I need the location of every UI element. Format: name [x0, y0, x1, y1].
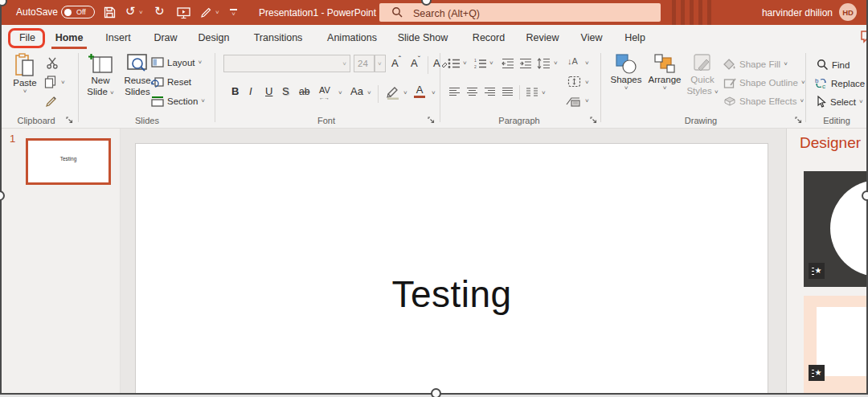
clear-formatting-button[interactable]: A	[433, 57, 448, 70]
tab-draw[interactable]: Draw	[154, 25, 177, 50]
user-name[interactable]: harvinder dhilion	[723, 7, 833, 18]
find-icon	[817, 59, 829, 71]
paragraph-dialog-launcher-icon[interactable]	[590, 117, 597, 124]
bold-button[interactable]: B	[231, 85, 239, 98]
line-spacing-button[interactable]	[537, 58, 551, 69]
selection-handle-bottom-center[interactable]	[431, 388, 441, 397]
copy-icon[interactable]	[44, 76, 56, 88]
numbering-button[interactable]: 12	[474, 58, 487, 69]
slide-canvas[interactable]: Testing	[135, 143, 768, 397]
slideshow-icon[interactable]	[177, 7, 190, 18]
save-icon[interactable]	[104, 6, 116, 18]
align-left-button[interactable]	[448, 87, 461, 97]
reset-button[interactable]: Reset	[151, 76, 191, 88]
slide-thumbnail[interactable]: Testing	[26, 138, 111, 185]
redo-icon[interactable]: ↻	[154, 5, 165, 17]
text-direction-caret-icon[interactable]: ˅	[585, 60, 589, 67]
shape-outline-button[interactable]: Shape Outline˅	[723, 77, 805, 88]
title-bar: AutoSave Off ↺ ˅ ↻ ˅ ˅ Presentation1 - P…	[0, 0, 868, 25]
italic-button[interactable]: I	[249, 85, 252, 98]
tab-record[interactable]: Record	[473, 25, 505, 50]
quick-styles-button[interactable]: Quick Styles ˅	[685, 53, 720, 96]
font-name-combobox[interactable]: ˅	[223, 55, 350, 72]
tab-animations[interactable]: Animations	[327, 25, 377, 50]
user-avatar[interactable]: HD	[839, 3, 857, 21]
tab-transitions[interactable]: Transitions	[254, 25, 303, 50]
replace-button[interactable]: b c Replace	[814, 77, 865, 89]
font-dialog-launcher-icon[interactable]	[428, 117, 435, 124]
design-suggestion-card[interactable]: ★	[804, 171, 868, 287]
customize-qat-icon[interactable]: ˅	[230, 9, 237, 18]
selection-handle-right-middle[interactable]	[862, 190, 868, 201]
design-suggestion-card[interactable]: ★	[804, 296, 868, 397]
underline-button[interactable]: U	[265, 85, 272, 98]
font-color-caret-icon[interactable]: ˅	[432, 90, 436, 96]
format-painter-icon[interactable]	[45, 95, 58, 108]
group-separator	[215, 53, 215, 122]
copy-dropdown-caret-icon[interactable]: ˅	[61, 80, 65, 86]
align-right-button[interactable]	[484, 87, 496, 97]
columns-caret-icon[interactable]: ˅	[542, 90, 546, 96]
tab-view[interactable]: View	[581, 25, 603, 50]
tab-review[interactable]: Review	[526, 25, 559, 50]
layout-caret-icon: ˅	[199, 59, 203, 66]
tab-slide-show[interactable]: Slide Show	[398, 25, 448, 50]
undo-icon[interactable]: ↺	[125, 5, 136, 17]
align-text-caret-icon[interactable]: ˅	[585, 80, 589, 86]
font-color-button[interactable]: A	[414, 84, 425, 98]
shape-effects-button[interactable]: Shape Effects˅	[723, 96, 804, 107]
char-spacing-caret-icon[interactable]: ˅	[338, 90, 342, 96]
reuse-slides-button[interactable]: Reuse Slides	[121, 53, 154, 97]
highlight-color-button[interactable]	[386, 85, 400, 100]
arrange-button[interactable]: Arrange ˅	[646, 53, 683, 92]
section-caret-icon: ˅	[201, 98, 205, 104]
layout-button[interactable]: Layout˅	[151, 57, 202, 68]
paste-button[interactable]: Paste ˅	[8, 53, 42, 95]
tab-help[interactable]: Help	[624, 25, 645, 50]
undo-dropdown-caret-icon[interactable]: ˅	[139, 10, 143, 16]
ink-pen-icon[interactable]	[200, 6, 212, 18]
drawing-dialog-launcher-icon[interactable]	[795, 117, 802, 124]
select-button[interactable]: Select˅	[817, 96, 863, 108]
find-button[interactable]: Find	[817, 59, 850, 71]
bullets-caret-icon[interactable]: ˅	[463, 60, 467, 67]
bullets-button[interactable]	[448, 58, 461, 69]
text-direction-button[interactable]: ↓A	[567, 56, 578, 66]
numbering-caret-icon[interactable]: ˅	[489, 60, 493, 67]
increase-font-size-button[interactable]: Aˆ	[391, 57, 401, 71]
ribbon-tab-row: File Home Insert Draw Design Transitions…	[0, 25, 868, 50]
clipboard-dialog-launcher-icon[interactable]	[66, 117, 73, 124]
shapes-button[interactable]: Shapes ˅	[608, 53, 645, 92]
autosave-toggle[interactable]: Off	[61, 6, 95, 18]
search-bar[interactable]	[379, 3, 661, 22]
slide-title-text[interactable]: Testing	[136, 272, 768, 316]
decrease-indent-button[interactable]	[502, 58, 514, 69]
smartart-caret-icon[interactable]: ˅	[585, 98, 589, 104]
cut-icon[interactable]	[46, 56, 59, 69]
shape-effects-caret-icon: ˅	[800, 98, 804, 104]
spacing-arrows-icon: ←→	[319, 95, 330, 100]
strikethrough-button[interactable]: ab	[299, 85, 309, 98]
text-shadow-button[interactable]: S	[282, 85, 289, 98]
increase-indent-button[interactable]	[519, 58, 532, 69]
character-spacing-button[interactable]: AV ←→	[319, 85, 330, 100]
tab-insert[interactable]: Insert	[105, 25, 130, 50]
highlight-caret-icon[interactable]: ˅	[403, 90, 407, 96]
align-text-button[interactable]	[567, 76, 581, 88]
justify-button[interactable]	[502, 87, 514, 97]
smartart-button[interactable]	[565, 95, 581, 108]
ink-dropdown-caret-icon[interactable]: ˅	[215, 10, 219, 16]
change-case-button[interactable]: Aa	[350, 85, 363, 98]
decrease-font-size-button[interactable]: Aˇ	[411, 57, 420, 71]
shape-fill-button[interactable]: Shape Fill˅	[723, 59, 788, 70]
search-input[interactable]	[411, 3, 656, 23]
change-case-caret-icon[interactable]: ˅	[367, 90, 371, 96]
font-size-combobox[interactable]: 24	[354, 55, 375, 72]
tab-design[interactable]: Design	[199, 25, 230, 50]
line-spacing-caret-icon[interactable]: ˅	[554, 60, 558, 67]
align-center-button[interactable]	[466, 87, 478, 97]
font-size-caret-box[interactable]: ˅	[375, 55, 386, 72]
columns-button[interactable]	[526, 88, 538, 96]
new-slide-button[interactable]: New Slide ˅	[82, 53, 119, 97]
section-button[interactable]: Section˅	[151, 96, 205, 107]
